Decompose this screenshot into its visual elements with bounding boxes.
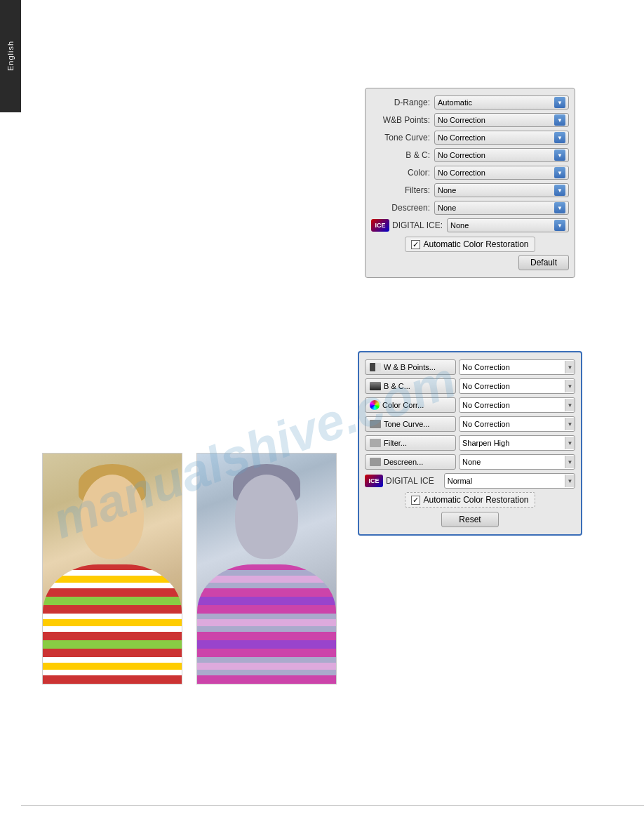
p2-descreen-arrow-icon[interactable]: [565, 456, 575, 468]
p2-descreen-select[interactable]: None: [459, 454, 575, 470]
photo1-background: [43, 454, 182, 684]
bc-row: B & C: No Correction: [371, 148, 569, 162]
tonecurve-arrow-icon[interactable]: [554, 132, 565, 143]
p2-color-arrow-icon[interactable]: [565, 399, 575, 411]
ice-row: ICE DIGITAL ICE: None: [371, 218, 569, 232]
acr-label-text: Automatic Color Restoration: [423, 239, 528, 249]
ice-label: DIGITAL ICE:: [392, 220, 447, 230]
p2-tone-arrow-icon[interactable]: [565, 418, 575, 430]
default-button[interactable]: Default: [518, 255, 569, 270]
default-row: Default: [371, 255, 569, 270]
p2-wb-value: No Correction: [462, 363, 510, 371]
drange-arrow-icon[interactable]: [554, 97, 565, 108]
p2-filter-arrow-icon[interactable]: [565, 437, 575, 449]
filters-label: Filters:: [371, 185, 434, 195]
ice-value: None: [450, 221, 469, 230]
color-select[interactable]: No Correction: [434, 166, 569, 180]
sidebar-label: English: [6, 41, 15, 71]
descreen-arrow-icon[interactable]: [554, 202, 565, 213]
p2-tone-value: No Correction: [462, 420, 510, 428]
p2-ice-label: DIGITAL ICE: [386, 476, 438, 486]
p2-color-select[interactable]: No Correction: [459, 397, 575, 413]
tonecurve-row: Tone Curve: No Correction: [371, 131, 569, 145]
descreen-select[interactable]: None: [434, 201, 569, 215]
wb-select[interactable]: No Correction: [434, 113, 569, 127]
photo-original: [42, 453, 182, 684]
p2-bc-select[interactable]: No Correction: [459, 378, 575, 394]
photo1-face: [81, 475, 144, 559]
p2-wb-label: W & B Points...: [384, 363, 436, 371]
photo2-shirt: [197, 564, 336, 684]
p2-bc-value: No Correction: [462, 382, 510, 390]
p2-tone-label: Tone Curve...: [384, 420, 429, 428]
p2-wb-select[interactable]: No Correction: [459, 359, 575, 375]
wb-icon: [370, 363, 381, 371]
tone-icon: [370, 420, 381, 428]
tonecurve-value: No Correction: [438, 133, 485, 142]
p2-tone-row: Tone Curve... No Correction: [365, 416, 575, 432]
filters-arrow-icon[interactable]: [554, 185, 565, 196]
photo-container: [42, 453, 337, 684]
tonecurve-select[interactable]: No Correction: [434, 131, 569, 145]
panel2-settings: W & B Points... No Correction B & C... N…: [358, 351, 582, 536]
p2-tone-button[interactable]: Tone Curve...: [365, 416, 456, 432]
photo2-background: [197, 454, 336, 684]
wb-arrow-icon[interactable]: [554, 114, 565, 126]
p2-reset-row: Reset: [365, 512, 575, 527]
bc-select[interactable]: No Correction: [434, 148, 569, 162]
p2-descreen-row: Descreen... None: [365, 454, 575, 470]
p2-ice-row: ICE DIGITAL ICE Normal: [365, 473, 575, 489]
p2-tone-select[interactable]: No Correction: [459, 416, 575, 432]
p2-ice-badge-icon: ICE: [365, 475, 383, 487]
color-arrow-icon[interactable]: [554, 167, 565, 178]
sidebar: English: [0, 0, 21, 112]
descreen-row: Descreen: None: [371, 201, 569, 215]
tonecurve-label: Tone Curve:: [371, 133, 434, 143]
acr-checkbox-row[interactable]: ✓ Automatic Color Restoration: [371, 237, 569, 252]
p2-filter-button[interactable]: Filter...: [365, 435, 456, 451]
reset-button[interactable]: Reset: [441, 512, 498, 527]
p2-acr-label-text: Automatic Color Restoration: [423, 495, 528, 505]
p2-wb-row: W & B Points... No Correction: [365, 359, 575, 375]
ice-arrow-icon[interactable]: [554, 220, 565, 231]
bc-label: B & C:: [371, 150, 434, 160]
drange-select[interactable]: Automatic: [434, 95, 569, 110]
p2-bc-button[interactable]: B & C...: [365, 378, 456, 394]
p2-acr-checkbox-label[interactable]: ✓ Automatic Color Restoration: [405, 492, 535, 508]
filters-value: None: [438, 186, 456, 194]
descreen-label: Descreen:: [371, 203, 434, 213]
drange-row: D-Range: Automatic: [371, 95, 569, 110]
acr-checkbox-label[interactable]: ✓ Automatic Color Restoration: [405, 237, 535, 252]
descreen-icon: [370, 458, 381, 466]
wb-label: W&B Points:: [371, 115, 434, 125]
wb-row: W&B Points: No Correction: [371, 113, 569, 127]
p2-descreen-button[interactable]: Descreen...: [365, 454, 456, 470]
color-value: No Correction: [438, 168, 485, 177]
p2-ice-select[interactable]: Normal: [444, 473, 575, 489]
p2-color-button[interactable]: Color Corr...: [365, 397, 456, 413]
p2-descreen-value: None: [462, 458, 481, 466]
acr-checkbox[interactable]: ✓: [411, 240, 420, 249]
p2-wb-arrow-icon[interactable]: [565, 361, 575, 373]
bc-arrow-icon[interactable]: [554, 150, 565, 161]
p2-acr-checkbox-row[interactable]: ✓ Automatic Color Restoration: [365, 492, 575, 508]
p2-bc-arrow-icon[interactable]: [565, 380, 575, 392]
p2-color-value: No Correction: [462, 401, 510, 409]
drange-value: Automatic: [438, 98, 472, 107]
p2-color-label: Color Corr...: [382, 401, 424, 409]
filters-select[interactable]: None: [434, 183, 569, 197]
ice-select[interactable]: None: [447, 218, 569, 232]
p2-ice-value: Normal: [448, 477, 472, 485]
p2-wb-button[interactable]: W & B Points...: [365, 359, 456, 375]
p2-filter-select[interactable]: Sharpen High: [459, 435, 575, 451]
filters-row: Filters: None: [371, 183, 569, 197]
photo2-face: [235, 475, 298, 559]
bc-value: No Correction: [438, 151, 485, 159]
panel1-settings: D-Range: Automatic W&B Points: No Correc…: [365, 88, 575, 278]
color-label: Color:: [371, 168, 434, 178]
p2-bc-row: B & C... No Correction: [365, 378, 575, 394]
bottom-divider: [21, 805, 644, 806]
p2-acr-checkbox[interactable]: ✓: [411, 496, 420, 505]
color-icon: [370, 400, 380, 410]
p2-ice-arrow-icon[interactable]: [565, 475, 575, 487]
